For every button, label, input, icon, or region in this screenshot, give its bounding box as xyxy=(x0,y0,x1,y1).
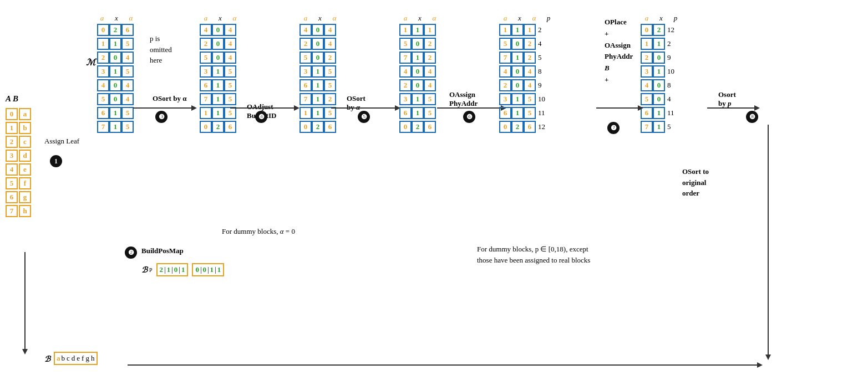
list-item: 1 b xyxy=(6,122,31,134)
step6-rows: 1 1 1 2 5 0 2 4 7 1 2 5 4 0 4 8 xyxy=(499,24,555,135)
table-row: 3 1 10 xyxy=(641,65,682,78)
table-row: 7 1 5 xyxy=(97,121,134,133)
M-header-a: a xyxy=(96,14,108,23)
M-label: ℳ xyxy=(86,57,95,68)
step4-matrix: a x α 4 0 4 2 0 4 5 0 2 3 1 5 xyxy=(300,14,341,135)
table-row: 4 0 4 8 xyxy=(499,65,555,78)
osort-original-label: OSort tooriginalorder xyxy=(682,166,709,199)
list-item: 5 f xyxy=(6,177,31,189)
table-row: 0 2 6 xyxy=(97,24,134,36)
table-row: 2 0 4 xyxy=(200,38,241,50)
table-row: 2 0 4 xyxy=(97,52,134,64)
table-row: 4 0 4 xyxy=(399,65,440,78)
M-rows: 0 2 6 1 1 5 2 0 4 3 1 5 xyxy=(97,24,134,135)
step5-rows: 1 1 1 5 0 2 7 1 2 4 0 4 2 0 4 xyxy=(399,24,440,135)
table-row: 7 1 2 xyxy=(399,52,440,64)
table-row: 7 1 5 xyxy=(641,121,682,133)
step7-rows: 0 2 12 1 1 2 2 0 9 3 1 10 4 0 8 xyxy=(641,24,682,135)
svg-marker-9 xyxy=(638,105,643,111)
Bp-row: ℬ P 2 | 1 | 0 | 1 0 | 0 | 1 | 1 xyxy=(141,263,224,276)
table-row: 0 2 6 xyxy=(300,121,341,133)
arrow-step7-8 xyxy=(596,102,646,116)
table-row: 1 1 5 xyxy=(97,38,134,50)
table-row: 4 0 4 xyxy=(97,79,134,91)
table-row: 3 1 5 xyxy=(97,65,134,78)
table-row: 4 0 8 xyxy=(641,79,682,91)
step2-circle: ❷ xyxy=(125,246,137,259)
table-row: 5 0 4 xyxy=(200,52,241,64)
list-item: 0 a xyxy=(6,108,31,120)
table-row: 4 0 4 xyxy=(200,24,241,36)
step7-matrix: a x p 0 2 12 1 1 2 2 0 9 3 1 10 xyxy=(641,14,682,135)
ab-idx-3: 3 xyxy=(10,151,14,160)
table-row: 5 0 4 xyxy=(97,93,134,105)
osort-alpha-label-3: OSort by α xyxy=(153,94,186,103)
B-row: ℬ a b c d e f g h xyxy=(44,352,98,365)
svg-marker-13 xyxy=(757,362,763,368)
table-row: 5 0 4 xyxy=(641,93,682,105)
table-row: 0 2 12 xyxy=(641,24,682,36)
list-item: 3 d xyxy=(6,150,31,162)
table-row: 1 1 1 2 xyxy=(499,24,555,36)
arrow-down-to-B xyxy=(19,252,31,359)
table-row: 1 1 2 xyxy=(641,38,682,50)
AB-rows: 0 a 1 b 2 c 3 d 4 e 5 f 6 g 7 h xyxy=(6,108,31,219)
table-row: 0 2 6 xyxy=(200,121,241,133)
ab-letter-a: a xyxy=(23,110,27,119)
M-matrix: a x α ℳ 0 2 6 1 1 5 2 0 xyxy=(86,14,137,135)
ab-letter-e: e xyxy=(23,165,27,174)
ab-letter-h: h xyxy=(23,207,27,215)
M-header-x: x xyxy=(110,14,123,23)
B-label: B xyxy=(13,94,18,104)
table-row: 5 0 2 xyxy=(300,52,341,64)
list-item: 4 e xyxy=(6,163,31,176)
table-row: 2 0 4 9 xyxy=(499,79,555,91)
step5-matrix: a x α 1 1 1 5 0 2 7 1 2 4 0 4 xyxy=(399,14,440,135)
ab-idx-2: 2 xyxy=(10,137,14,146)
table-row: 3 1 5 xyxy=(200,65,241,78)
svg-marker-3 xyxy=(294,105,300,111)
assign-leaf-label: Assign Leaf xyxy=(44,136,79,146)
p-omitted-note: p is omitted here xyxy=(150,33,172,66)
svg-marker-11 xyxy=(754,105,760,111)
table-row: 0 2 6 xyxy=(399,121,440,133)
table-row: 6 1 5 xyxy=(200,79,241,91)
step8-circle: ❽ xyxy=(746,111,758,123)
table-row: 5 0 2 4 xyxy=(499,38,555,50)
A-label: A xyxy=(6,94,11,104)
ab-idx-6: 6 xyxy=(10,193,14,202)
list-item: 2 c xyxy=(6,136,31,148)
table-row: 3 1 5 xyxy=(399,93,440,105)
ab-idx-4: 4 xyxy=(10,165,14,174)
table-row: 6 1 5 xyxy=(399,107,440,119)
step6-circle: ❻ xyxy=(463,111,475,123)
table-row: 6 1 5 xyxy=(97,107,134,119)
table-row: 2 0 4 xyxy=(399,79,440,91)
ab-idx-1: 1 xyxy=(10,124,14,132)
Bp-cells2: 0 | 0 | 1 | 1 xyxy=(192,263,224,276)
table-row: 5 0 2 xyxy=(399,38,440,50)
step7-circle: ❼ xyxy=(607,122,620,134)
table-row: 1 1 1 xyxy=(399,24,440,36)
step5-circle: ❺ xyxy=(358,111,370,123)
AB-labels: A B xyxy=(6,94,18,105)
B-cells: a b c d e f g h xyxy=(54,352,98,365)
table-row: 0 2 6 12 xyxy=(499,121,555,133)
ab-idx-5: 5 xyxy=(10,179,14,188)
ab-letter-g: g xyxy=(23,193,27,202)
Bp-cells: 2 | 1 | 0 | 1 xyxy=(156,263,189,276)
table-row: 7 1 2 5 xyxy=(499,52,555,64)
step3-rows: 4 0 4 2 0 4 5 0 4 3 1 5 6 1 5 xyxy=(200,24,241,135)
arrow-down-step8 xyxy=(763,125,774,365)
step6-matrix: a x α p 1 1 1 2 5 0 2 4 7 1 2 5 xyxy=(499,14,555,135)
ab-letter-b: b xyxy=(23,124,27,132)
table-row: 2 0 4 xyxy=(300,38,341,50)
step3-circle: ❸ xyxy=(155,111,167,123)
table-row: 6 1 11 xyxy=(641,107,682,119)
table-row: 2 0 9 xyxy=(641,52,682,64)
list-item: 6 g xyxy=(6,191,31,203)
table-row: 4 0 4 xyxy=(300,24,341,36)
long-bottom-arrow xyxy=(128,359,765,373)
list-item: 7 h xyxy=(6,205,31,217)
ab-idx-7: 7 xyxy=(10,207,14,215)
